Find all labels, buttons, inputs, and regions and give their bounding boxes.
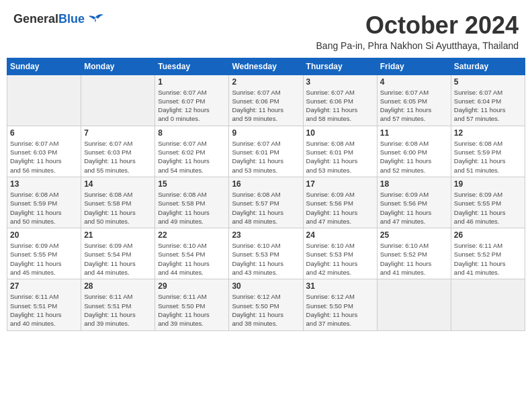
col-wednesday: Wednesday	[229, 58, 303, 75]
col-friday: Friday	[377, 58, 451, 75]
calendar-day-cell: 17Sunrise: 6:09 AMSunset: 5:56 PMDayligh…	[303, 177, 377, 228]
day-number: 20	[10, 230, 78, 240]
day-info: Sunrise: 6:10 AMSunset: 5:53 PMDaylight:…	[306, 241, 374, 277]
day-info: Sunrise: 6:12 AMSunset: 5:50 PMDaylight:…	[232, 292, 300, 328]
calendar-day-cell	[81, 75, 155, 126]
calendar-day-cell: 5Sunrise: 6:07 AMSunset: 6:04 PMDaylight…	[451, 75, 525, 126]
col-thursday: Thursday	[303, 58, 377, 75]
day-info: Sunrise: 6:07 AMSunset: 6:02 PMDaylight:…	[158, 139, 226, 175]
day-info: Sunrise: 6:07 AMSunset: 6:03 PMDaylight:…	[84, 139, 152, 175]
col-saturday: Saturday	[451, 58, 525, 75]
calendar-day-cell: 7Sunrise: 6:07 AMSunset: 6:03 PMDaylight…	[81, 126, 155, 177]
calendar-day-cell: 28Sunrise: 6:11 AMSunset: 5:51 PMDayligh…	[81, 279, 155, 330]
subtitle: Bang Pa-in, Phra Nakhon Si Ayutthaya, Th…	[316, 40, 519, 51]
calendar-day-cell: 13Sunrise: 6:08 AMSunset: 5:59 PMDayligh…	[7, 177, 81, 228]
day-info: Sunrise: 6:08 AMSunset: 5:58 PMDaylight:…	[158, 190, 226, 226]
day-number: 25	[380, 230, 448, 240]
calendar-day-cell: 19Sunrise: 6:09 AMSunset: 5:55 PMDayligh…	[451, 177, 525, 228]
calendar-week-row: 1Sunrise: 6:07 AMSunset: 6:07 PMDaylight…	[7, 75, 525, 126]
day-info: Sunrise: 6:08 AMSunset: 6:01 PMDaylight:…	[306, 139, 374, 175]
logo-bird-icon	[86, 12, 105, 26]
calendar-day-cell: 23Sunrise: 6:10 AMSunset: 5:53 PMDayligh…	[229, 228, 303, 279]
calendar-day-cell	[377, 279, 451, 330]
calendar-day-cell: 25Sunrise: 6:10 AMSunset: 5:52 PMDayligh…	[377, 228, 451, 279]
day-info: Sunrise: 6:10 AMSunset: 5:53 PMDaylight:…	[232, 241, 300, 277]
calendar-day-cell: 24Sunrise: 6:10 AMSunset: 5:53 PMDayligh…	[303, 228, 377, 279]
day-info: Sunrise: 6:11 AMSunset: 5:50 PMDaylight:…	[158, 292, 226, 328]
day-number: 6	[10, 128, 78, 138]
day-info: Sunrise: 6:10 AMSunset: 5:54 PMDaylight:…	[158, 241, 226, 277]
day-number: 18	[380, 179, 448, 189]
calendar-day-cell: 1Sunrise: 6:07 AMSunset: 6:07 PMDaylight…	[155, 75, 229, 126]
day-info: Sunrise: 6:08 AMSunset: 6:00 PMDaylight:…	[380, 139, 448, 175]
calendar-week-row: 27Sunrise: 6:11 AMSunset: 5:51 PMDayligh…	[7, 279, 525, 330]
day-info: Sunrise: 6:09 AMSunset: 5:55 PMDaylight:…	[454, 190, 522, 226]
calendar-week-row: 20Sunrise: 6:09 AMSunset: 5:55 PMDayligh…	[7, 228, 525, 279]
day-info: Sunrise: 6:08 AMSunset: 5:57 PMDaylight:…	[232, 190, 300, 226]
day-number: 22	[158, 230, 226, 240]
calendar-day-cell: 6Sunrise: 6:07 AMSunset: 6:03 PMDaylight…	[7, 126, 81, 177]
day-number: 16	[232, 179, 300, 189]
calendar-day-cell: 27Sunrise: 6:11 AMSunset: 5:51 PMDayligh…	[7, 279, 81, 330]
day-number: 7	[84, 128, 152, 138]
calendar-day-cell: 22Sunrise: 6:10 AMSunset: 5:54 PMDayligh…	[155, 228, 229, 279]
col-tuesday: Tuesday	[155, 58, 229, 75]
day-info: Sunrise: 6:07 AMSunset: 6:05 PMDaylight:…	[380, 88, 448, 124]
day-info: Sunrise: 6:09 AMSunset: 5:56 PMDaylight:…	[306, 190, 374, 226]
calendar-day-cell: 15Sunrise: 6:08 AMSunset: 5:58 PMDayligh…	[155, 177, 229, 228]
calendar-day-cell: 8Sunrise: 6:07 AMSunset: 6:02 PMDaylight…	[155, 126, 229, 177]
day-info: Sunrise: 6:07 AMSunset: 6:04 PMDaylight:…	[454, 88, 522, 124]
day-info: Sunrise: 6:08 AMSunset: 5:58 PMDaylight:…	[84, 190, 152, 226]
calendar-day-cell: 14Sunrise: 6:08 AMSunset: 5:58 PMDayligh…	[81, 177, 155, 228]
col-monday: Monday	[81, 58, 155, 75]
calendar-day-cell: 3Sunrise: 6:07 AMSunset: 6:06 PMDaylight…	[303, 75, 377, 126]
calendar-day-cell: 30Sunrise: 6:12 AMSunset: 5:50 PMDayligh…	[229, 279, 303, 330]
day-info: Sunrise: 6:11 AMSunset: 5:52 PMDaylight:…	[454, 241, 522, 277]
day-info: Sunrise: 6:11 AMSunset: 5:51 PMDaylight:…	[10, 292, 78, 328]
day-number: 12	[454, 128, 522, 138]
day-info: Sunrise: 6:07 AMSunset: 6:06 PMDaylight:…	[232, 88, 300, 124]
day-number: 23	[232, 230, 300, 240]
day-info: Sunrise: 6:10 AMSunset: 5:52 PMDaylight:…	[380, 241, 448, 277]
day-number: 9	[232, 128, 300, 138]
calendar-week-row: 6Sunrise: 6:07 AMSunset: 6:03 PMDaylight…	[7, 126, 525, 177]
calendar-day-cell: 4Sunrise: 6:07 AMSunset: 6:05 PMDaylight…	[377, 75, 451, 126]
day-number: 11	[380, 128, 448, 138]
calendar-day-cell: 10Sunrise: 6:08 AMSunset: 6:01 PMDayligh…	[303, 126, 377, 177]
calendar-day-cell	[451, 279, 525, 330]
day-info: Sunrise: 6:07 AMSunset: 6:06 PMDaylight:…	[306, 88, 374, 124]
calendar-day-cell: 18Sunrise: 6:09 AMSunset: 5:56 PMDayligh…	[377, 177, 451, 228]
day-info: Sunrise: 6:11 AMSunset: 5:51 PMDaylight:…	[84, 292, 152, 328]
day-info: Sunrise: 6:07 AMSunset: 6:03 PMDaylight:…	[10, 139, 78, 175]
day-number: 8	[158, 128, 226, 138]
calendar-day-cell	[7, 75, 81, 126]
calendar-day-cell: 2Sunrise: 6:07 AMSunset: 6:06 PMDaylight…	[229, 75, 303, 126]
title-block: October 2024 Bang Pa-in, Phra Nakhon Si …	[316, 12, 519, 51]
header: GeneralBlue October 2024 Bang Pa-in, Phr…	[7, 7, 525, 54]
calendar-day-cell: 9Sunrise: 6:07 AMSunset: 6:01 PMDaylight…	[229, 126, 303, 177]
day-number: 2	[232, 77, 300, 87]
day-number: 15	[158, 179, 226, 189]
day-info: Sunrise: 6:09 AMSunset: 5:56 PMDaylight:…	[380, 190, 448, 226]
day-number: 19	[454, 179, 522, 189]
day-number: 13	[10, 179, 78, 189]
calendar-week-row: 13Sunrise: 6:08 AMSunset: 5:59 PMDayligh…	[7, 177, 525, 228]
calendar-day-cell: 11Sunrise: 6:08 AMSunset: 6:00 PMDayligh…	[377, 126, 451, 177]
col-sunday: Sunday	[7, 58, 81, 75]
calendar-day-cell: 16Sunrise: 6:08 AMSunset: 5:57 PMDayligh…	[229, 177, 303, 228]
day-number: 24	[306, 230, 374, 240]
logo: GeneralBlue	[13, 12, 105, 26]
day-number: 5	[454, 77, 522, 87]
day-number: 14	[84, 179, 152, 189]
day-info: Sunrise: 6:07 AMSunset: 6:07 PMDaylight:…	[158, 88, 226, 124]
day-info: Sunrise: 6:08 AMSunset: 5:59 PMDaylight:…	[454, 139, 522, 175]
day-number: 1	[158, 77, 226, 87]
calendar-header-row: Sunday Monday Tuesday Wednesday Thursday…	[7, 58, 525, 75]
calendar-day-cell: 31Sunrise: 6:12 AMSunset: 5:50 PMDayligh…	[303, 279, 377, 330]
calendar-day-cell: 12Sunrise: 6:08 AMSunset: 5:59 PMDayligh…	[451, 126, 525, 177]
day-info: Sunrise: 6:12 AMSunset: 5:50 PMDaylight:…	[306, 292, 374, 328]
day-number: 29	[158, 281, 226, 291]
day-info: Sunrise: 6:08 AMSunset: 5:59 PMDaylight:…	[10, 190, 78, 226]
calendar-day-cell: 21Sunrise: 6:09 AMSunset: 5:54 PMDayligh…	[81, 228, 155, 279]
day-number: 4	[380, 77, 448, 87]
